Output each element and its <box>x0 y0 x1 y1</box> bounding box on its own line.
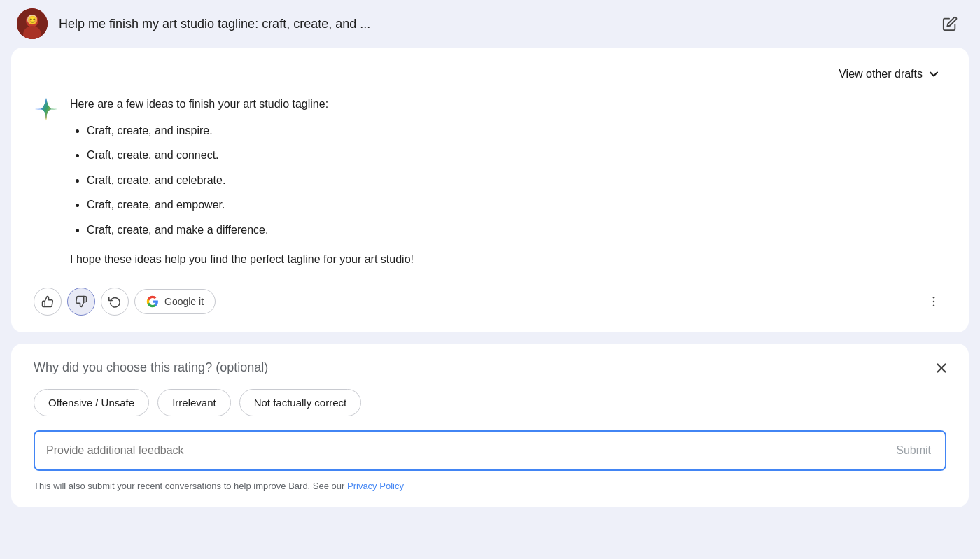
drafts-bar: View other drafts <box>34 64 946 84</box>
action-bar: Google it <box>34 288 946 316</box>
feedback-input-row: Submit <box>34 430 946 471</box>
view-other-drafts-button[interactable]: View other drafts <box>833 64 946 84</box>
more-options-button[interactable] <box>921 289 946 314</box>
avatar: 😊 <box>17 8 48 39</box>
view-other-drafts-label: View other drafts <box>839 68 923 80</box>
feedback-panel: Why did you choose this rating? (optiona… <box>11 344 969 507</box>
suggestion-item: Craft, create, and inspire. <box>87 122 946 140</box>
submit-button[interactable]: Submit <box>882 444 945 457</box>
thumbs-up-icon <box>41 295 54 308</box>
feedback-title: Why did you choose this rating? (optiona… <box>34 360 946 375</box>
suggestion-item: Craft, create, and connect. <box>87 146 946 164</box>
thumbs-down-button[interactable] <box>67 288 95 316</box>
feedback-disclaimer: This will also submit your recent conver… <box>34 479 946 493</box>
feedback-chip-offensive[interactable]: Offensive / Unsafe <box>34 389 149 416</box>
response-intro: Here are a few ideas to finish your art … <box>70 95 946 113</box>
suggestion-item: Craft, create, and empower. <box>87 196 946 214</box>
response-body: Here are a few ideas to finish your art … <box>70 95 946 268</box>
feedback-input[interactable] <box>35 432 882 469</box>
more-vertical-icon <box>927 295 941 309</box>
feedback-chip-not-factual[interactable]: Not factually correct <box>239 389 362 416</box>
prompt-text: Help me finish my art studio tagline: cr… <box>59 17 925 31</box>
feedback-chip-irrelevant[interactable]: Irrelevant <box>158 389 231 416</box>
regenerate-button[interactable] <box>101 288 129 316</box>
google-it-label: Google it <box>164 296 204 307</box>
suggestion-item: Craft, create, and celebrate. <box>87 171 946 190</box>
refresh-icon <box>108 295 121 308</box>
svg-point-7 <box>933 305 935 307</box>
edit-prompt-button[interactable] <box>937 10 963 37</box>
close-feedback-button[interactable] <box>931 358 952 383</box>
response-card: View other drafts <box>11 48 969 332</box>
user-avatar-icon: 😊 <box>17 8 48 39</box>
google-logo-icon <box>146 295 159 308</box>
suggestions-list: Craft, create, and inspire.Craft, create… <box>70 122 946 239</box>
svg-point-5 <box>933 297 935 299</box>
thumbs-up-button[interactable] <box>34 288 62 316</box>
thumbs-down-icon <box>75 295 88 308</box>
gemini-icon <box>34 97 59 268</box>
edit-icon <box>942 16 958 31</box>
prompt-bar: 😊 Help me finish my art studio tagline: … <box>0 0 980 48</box>
privacy-policy-link[interactable]: Privacy Policy <box>347 481 404 491</box>
close-icon <box>934 360 949 376</box>
feedback-chips: Offensive / UnsafeIrrelevantNot factuall… <box>34 389 946 416</box>
google-it-button[interactable]: Google it <box>134 289 216 314</box>
svg-point-6 <box>933 301 935 303</box>
chevron-down-icon <box>927 67 941 81</box>
response-content: Here are a few ideas to finish your art … <box>34 95 946 268</box>
suggestion-item: Craft, create, and make a difference. <box>87 221 946 239</box>
svg-text:😊: 😊 <box>27 15 38 25</box>
response-outro: I hope these ideas help you find the per… <box>70 250 946 269</box>
